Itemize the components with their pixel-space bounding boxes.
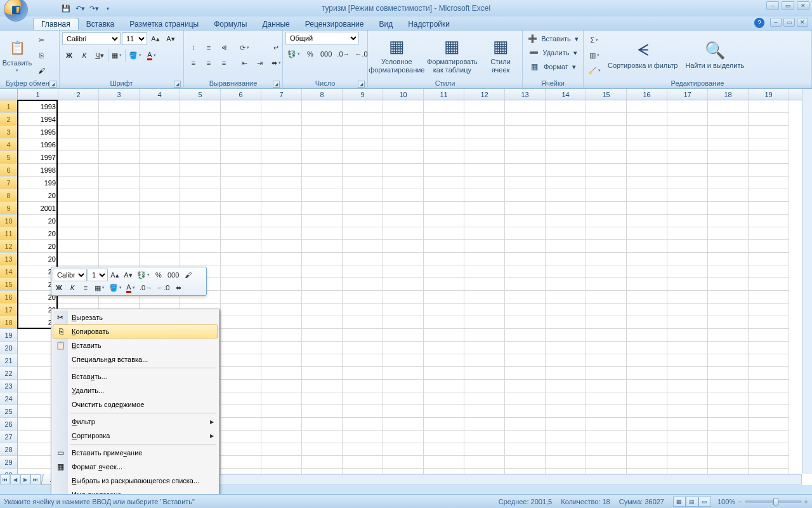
cell[interactable] — [667, 291, 708, 304]
cell[interactable] — [586, 227, 627, 240]
accounting-format-icon[interactable]: 💱 — [285, 47, 302, 61]
cell[interactable] — [627, 354, 667, 367]
cell[interactable] — [261, 126, 302, 138]
cell[interactable] — [99, 240, 140, 253]
column-header[interactable]: 12 — [464, 89, 505, 100]
cell[interactable] — [424, 265, 464, 278]
cell[interactable] — [667, 431, 708, 443]
column-header[interactable]: 18 — [708, 89, 749, 100]
cell[interactable] — [627, 126, 667, 138]
cell[interactable] — [261, 278, 302, 291]
column-header[interactable]: 6 — [221, 89, 261, 100]
cell[interactable] — [749, 405, 789, 418]
cell[interactable] — [261, 189, 302, 202]
cell[interactable] — [464, 126, 505, 138]
cell[interactable] — [261, 367, 302, 380]
cell[interactable] — [464, 278, 505, 291]
cell[interactable] — [749, 164, 789, 177]
cell[interactable] — [627, 177, 667, 189]
cell[interactable] — [140, 240, 180, 253]
cell[interactable] — [546, 469, 586, 474]
cell[interactable] — [505, 392, 546, 405]
cell[interactable] — [221, 278, 261, 291]
cell[interactable] — [383, 405, 424, 418]
cell[interactable] — [99, 126, 140, 138]
increase-indent-icon[interactable]: ⇥ — [252, 56, 266, 70]
cell[interactable]: 1998 — [18, 164, 58, 177]
cell[interactable] — [140, 227, 180, 240]
cell[interactable] — [261, 443, 302, 456]
cell[interactable] — [58, 189, 99, 202]
redo-icon[interactable]: ↷▾ — [88, 2, 100, 15]
cell[interactable] — [343, 342, 383, 354]
cell[interactable] — [546, 392, 586, 405]
cell[interactable] — [343, 418, 383, 431]
cell[interactable] — [546, 113, 586, 126]
format-cells-button[interactable]: ▦Формат▾ — [526, 60, 580, 74]
cell[interactable] — [627, 151, 667, 164]
font-color-icon[interactable]: A — [145, 48, 159, 62]
cell[interactable] — [424, 392, 464, 405]
cell[interactable] — [383, 138, 424, 151]
cell[interactable] — [667, 126, 708, 138]
cell[interactable] — [99, 138, 140, 151]
cell[interactable] — [708, 431, 749, 443]
cell[interactable] — [383, 469, 424, 474]
cell[interactable] — [180, 215, 221, 227]
format-painter-icon[interactable]: 🖌 — [34, 64, 48, 77]
cell[interactable] — [667, 316, 708, 329]
cell[interactable] — [221, 177, 261, 189]
cell[interactable] — [667, 380, 708, 392]
context-menu-item[interactable]: Очистить содержимое — [53, 398, 218, 411]
cell[interactable] — [58, 151, 99, 164]
dialog-launcher[interactable]: ◢ — [49, 81, 56, 88]
zoom-slider[interactable] — [745, 500, 802, 503]
context-menu-item[interactable]: ▭Вставить примечание — [53, 446, 218, 460]
close-button[interactable]: ✕ — [797, 1, 809, 10]
cell-styles-button[interactable]: ▦Стили ячеек — [481, 36, 520, 74]
cell[interactable]: 1993 — [18, 100, 58, 113]
cell[interactable] — [586, 291, 627, 304]
context-menu-item[interactable]: ▦Формат ячеек... — [53, 460, 218, 474]
cell[interactable] — [343, 265, 383, 278]
cell[interactable] — [302, 240, 343, 253]
cell[interactable] — [627, 253, 667, 265]
bold-button[interactable]: Ж — [62, 48, 76, 62]
cell[interactable] — [749, 151, 789, 164]
mini-size-select[interactable]: 11 — [88, 269, 108, 281]
fill-icon[interactable]: ▥ — [586, 48, 603, 62]
cell[interactable] — [99, 151, 140, 164]
cell[interactable] — [261, 469, 302, 474]
cell[interactable] — [627, 443, 667, 456]
cell[interactable] — [586, 443, 627, 456]
cell[interactable] — [343, 316, 383, 329]
row-header[interactable]: 30 — [0, 469, 18, 474]
vertical-scrollbar[interactable] — [802, 89, 812, 474]
cell[interactable] — [627, 367, 667, 380]
cell[interactable] — [302, 177, 343, 189]
row-header[interactable]: 23 — [0, 380, 18, 392]
row-header[interactable]: 10 — [0, 215, 18, 227]
cell[interactable] — [627, 316, 667, 329]
cell[interactable] — [708, 177, 749, 189]
cell[interactable] — [261, 240, 302, 253]
cell[interactable] — [546, 354, 586, 367]
cell[interactable] — [667, 329, 708, 342]
cell[interactable] — [505, 380, 546, 392]
autosum-icon[interactable]: Σ — [586, 33, 603, 47]
cell[interactable] — [261, 138, 302, 151]
cell[interactable] — [343, 189, 383, 202]
cell[interactable] — [99, 189, 140, 202]
cell[interactable] — [627, 202, 667, 215]
minimize-ribbon-button[interactable]: – — [770, 18, 782, 27]
cell[interactable] — [505, 278, 546, 291]
context-menu-item[interactable]: Вставить... — [53, 370, 218, 384]
cell[interactable] — [708, 354, 749, 367]
cell[interactable] — [221, 316, 261, 329]
column-header[interactable]: 19 — [749, 89, 789, 100]
cell[interactable] — [383, 367, 424, 380]
cell[interactable] — [343, 278, 383, 291]
dialog-launcher[interactable]: ◢ — [358, 81, 365, 88]
cell[interactable] — [749, 418, 789, 431]
cell[interactable] — [58, 227, 99, 240]
